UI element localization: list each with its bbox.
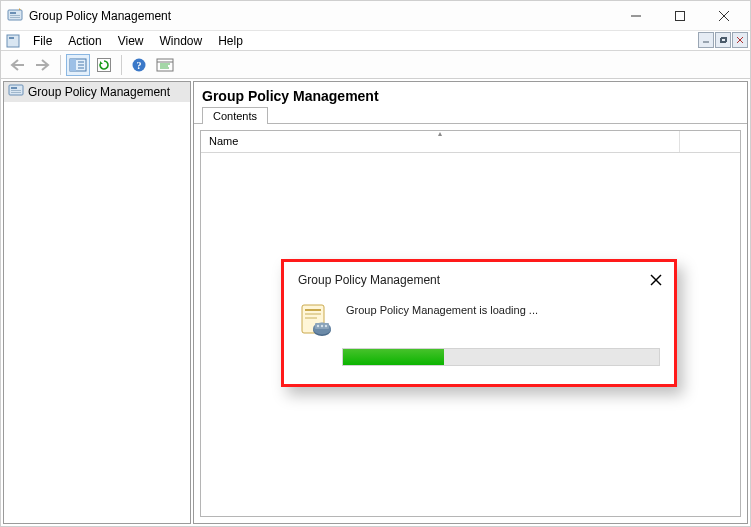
sort-ascending-icon: ▴ (438, 129, 442, 138)
mdi-minimize-button[interactable] (698, 32, 714, 48)
main-area: Group Policy Management Group Policy Man… (1, 79, 750, 526)
maximize-button[interactable] (658, 1, 702, 31)
svg-rect-16 (70, 59, 76, 71)
progress-bar (342, 348, 660, 366)
minimize-button[interactable] (614, 1, 658, 31)
window-title: Group Policy Management (29, 9, 171, 23)
svg-rect-23 (157, 59, 173, 71)
toolbar-separator (121, 55, 122, 75)
help-button[interactable]: ? (127, 54, 151, 76)
svg-rect-5 (676, 11, 685, 20)
menu-help[interactable]: Help (210, 32, 251, 50)
close-button[interactable] (702, 1, 746, 31)
svg-rect-35 (305, 309, 321, 311)
dialog-message: Group Policy Management is loading ... (346, 304, 538, 316)
svg-point-42 (321, 325, 323, 327)
svg-rect-29 (11, 87, 17, 89)
svg-rect-31 (11, 92, 21, 93)
window-titlebar: Group Policy Management (1, 1, 750, 31)
mdi-restore-button[interactable] (715, 32, 731, 48)
toolbar: ? (1, 51, 750, 79)
svg-rect-36 (305, 313, 321, 315)
svg-rect-30 (11, 90, 21, 91)
dialog-title: Group Policy Management (298, 273, 440, 287)
tab-strip: Contents (194, 106, 747, 124)
tree-root-label: Group Policy Management (28, 85, 170, 99)
mdi-close-button[interactable] (732, 32, 748, 48)
document-icon (5, 33, 21, 49)
content-header: Group Policy Management (194, 82, 747, 106)
menu-view[interactable]: View (110, 32, 152, 50)
menu-action[interactable]: Action (60, 32, 109, 50)
toolbar-separator (60, 55, 61, 75)
loading-icon (298, 302, 334, 338)
svg-rect-2 (10, 15, 20, 16)
list-view[interactable]: ▴ Name Group Policy Management (200, 130, 741, 517)
progress-fill (343, 349, 444, 365)
tab-contents[interactable]: Contents (202, 107, 268, 124)
content-pane: Group Policy Management Contents ▴ Name … (193, 81, 748, 524)
properties-button[interactable] (153, 54, 177, 76)
dialog-close-button[interactable] (648, 272, 664, 288)
tree-root-node[interactable]: Group Policy Management (4, 82, 190, 102)
forward-button[interactable] (31, 54, 55, 76)
column-spacer (680, 131, 740, 152)
column-headers: ▴ Name (201, 131, 740, 153)
menu-window[interactable]: Window (152, 32, 211, 50)
svg-rect-3 (10, 17, 20, 18)
loading-dialog: Group Policy Management (281, 259, 677, 387)
gpmc-icon (8, 83, 24, 102)
svg-rect-8 (7, 35, 19, 47)
svg-text:?: ? (137, 60, 142, 71)
nav-tree[interactable]: Group Policy Management (3, 81, 191, 524)
svg-rect-37 (305, 317, 317, 319)
column-name-label: Name (209, 135, 238, 147)
app-icon (7, 8, 23, 24)
svg-point-43 (325, 325, 327, 327)
svg-rect-9 (9, 37, 14, 39)
svg-point-41 (317, 325, 319, 327)
back-button[interactable] (5, 54, 29, 76)
menu-file[interactable]: File (25, 32, 60, 50)
refresh-button[interactable] (92, 54, 116, 76)
menu-bar: File Action View Window Help (1, 31, 750, 51)
show-tree-button[interactable] (66, 54, 90, 76)
svg-rect-1 (10, 12, 16, 14)
column-name[interactable]: ▴ Name (201, 131, 680, 152)
